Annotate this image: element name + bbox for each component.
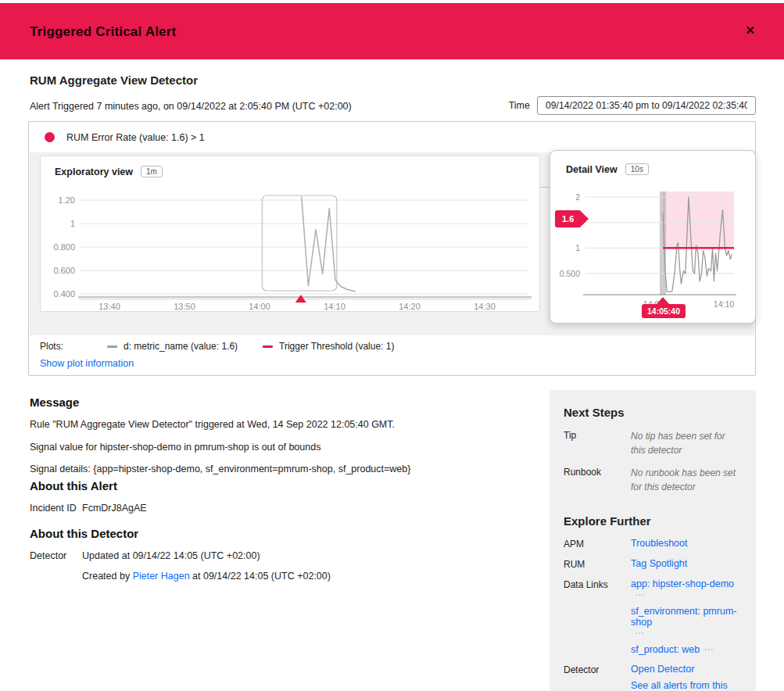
detector-updated-line: Updated at 09/14/22 14:05 (UTC +02:00) xyxy=(82,550,331,561)
message-section: Message Rule "RUM Aggregate View Detecto… xyxy=(30,396,530,486)
detector-label: Detector xyxy=(30,550,82,582)
rum-label: RUM xyxy=(564,558,620,570)
detector-title: RUM Aggregate View Detector xyxy=(30,73,198,87)
time-range-group: Time xyxy=(509,96,756,115)
see-all-alerts-link[interactable]: See all alerts from this detector xyxy=(631,680,742,691)
show-plot-information-link[interactable]: Show plot information xyxy=(40,358,134,369)
message-line: Signal value for hipster-shop-demo in pm… xyxy=(30,442,530,453)
alert-rule-legend: RUM Error Rate (value: 1.6) > 1 xyxy=(66,132,205,143)
alert-time-marker-icon xyxy=(657,297,669,304)
critical-severity-icon xyxy=(45,132,55,142)
svg-text:0.600: 0.600 xyxy=(53,266,75,275)
plot-series-metric: d: metric_name (value: 1.6) xyxy=(107,341,238,352)
more-options-icon[interactable]: ⋯ xyxy=(635,628,645,639)
apm-label: APM xyxy=(564,538,620,550)
svg-text:2: 2 xyxy=(575,192,580,202)
about-alert-heading: About this Alert xyxy=(30,479,530,492)
tip-label: Tip xyxy=(564,429,620,441)
message-heading: Message xyxy=(30,396,530,409)
about-detector-heading: About this Detector xyxy=(30,527,530,540)
alert-modal-header: Triggered Critical Alert ✕ xyxy=(0,3,784,59)
more-options-icon[interactable]: ⋯ xyxy=(703,644,714,655)
svg-text:14:00: 14:00 xyxy=(249,302,270,311)
svg-text:0.500: 0.500 xyxy=(560,269,580,278)
runbook-label: Runbook xyxy=(564,466,620,478)
close-icon[interactable]: ✕ xyxy=(745,24,755,36)
svg-text:1: 1 xyxy=(70,219,75,228)
explore-further-section: Explore Further APM Troubleshoot RUM Tag… xyxy=(564,514,742,691)
open-detector-link[interactable]: Open Detector xyxy=(631,664,742,675)
incident-id-label: Incident ID xyxy=(30,503,82,514)
svg-text:14:30: 14:30 xyxy=(474,302,496,311)
tip-value: No tip has been set for this detector xyxy=(631,429,742,457)
rum-tag-spotlight-link[interactable]: Tag Spotlight xyxy=(631,558,742,569)
exploratory-chart[interactable]: 1.2010.8000.6000.40013:4013:5014:0014:10… xyxy=(41,156,541,313)
alert-time-tag: 14:05:40 xyxy=(642,304,686,318)
apm-troubleshoot-link[interactable]: Troubleshoot xyxy=(631,538,742,549)
svg-text:0.800: 0.800 xyxy=(53,242,75,252)
svg-text:14:20: 14:20 xyxy=(399,302,421,311)
plots-legend-row: Plots: d: metric_name (value: 1.6) Trigg… xyxy=(40,341,419,352)
plots-label: Plots: xyxy=(40,341,107,352)
modal-title: Triggered Critical Alert xyxy=(30,24,176,40)
svg-text:14:10: 14:10 xyxy=(324,302,345,311)
svg-text:1.20: 1.20 xyxy=(59,195,75,205)
threshold-swatch-icon xyxy=(263,346,273,348)
data-links-label: Data Links xyxy=(564,578,620,590)
plot-series-threshold: Trigger Threshold (value: 1) xyxy=(263,341,394,352)
metric-series-swatch-icon xyxy=(107,346,117,348)
creator-link[interactable]: Pieter Hagen xyxy=(133,571,190,582)
svg-text:13:40: 13:40 xyxy=(98,302,120,311)
incident-id-value: FcmDrJ8AgAE xyxy=(82,503,147,514)
runbook-value: No runbook has been set for this detecto… xyxy=(631,466,742,494)
svg-text:1: 1 xyxy=(575,243,580,252)
explore-further-heading: Explore Further xyxy=(564,514,742,528)
time-range-input[interactable] xyxy=(537,96,756,115)
data-link-sf-environment[interactable]: sf_environment: pmrum-shop xyxy=(631,606,742,628)
data-link-app[interactable]: app: hipster-shop-demo xyxy=(631,578,734,589)
next-steps-heading: Next Steps xyxy=(564,406,742,419)
svg-text:13:50: 13:50 xyxy=(174,302,195,311)
data-link-row: sf_environment: pmrum-shop⋯ xyxy=(631,606,742,639)
detector-links-label: Detector xyxy=(564,664,620,675)
detail-resolution-badge: 10s xyxy=(625,163,649,175)
about-detector-section: About this Detector Detector Updated at … xyxy=(30,527,530,586)
data-link-row: app: hipster-shop-demo⋯ xyxy=(631,578,742,600)
detail-view-card: 21.5010.50014:0514:10 Detail View 10s 1.… xyxy=(550,150,756,324)
alert-chart-container: RUM Error Rate (value: 1.6) > 1 1.2010.8… xyxy=(28,121,756,376)
more-options-icon[interactable]: ⋯ xyxy=(635,589,645,600)
alert-side-panel: Next Steps Tip No tip has been set for t… xyxy=(550,390,756,691)
about-alert-section: About this Alert Incident ID FcmDrJ8AgAE xyxy=(30,479,530,518)
detail-view-title: Detail View xyxy=(566,164,618,175)
data-link-sf-product[interactable]: sf_product: web xyxy=(631,644,700,655)
svg-text:14:10: 14:10 xyxy=(714,299,734,309)
exploratory-resolution-badge: 1m xyxy=(141,166,163,177)
time-range-label: Time xyxy=(509,100,530,111)
message-line: Rule "RUM Aggregate View Detector" trigg… xyxy=(30,419,530,430)
alert-triggered-line: Alert Triggered 7 minutes ago, on 09/14/… xyxy=(30,101,352,112)
alert-rule-row: RUM Error Rate (value: 1.6) > 1 xyxy=(29,122,755,152)
exploratory-view-card: 1.2010.8000.6000.40013:4013:5014:0014:10… xyxy=(40,156,540,312)
detector-created-line: Created by Pieter Hagen at 09/14/22 14:0… xyxy=(82,571,331,582)
data-link-row: sf_product: web⋯ xyxy=(631,644,742,655)
exploratory-view-title: Exploratory view xyxy=(55,166,133,177)
svg-text:0.400: 0.400 xyxy=(53,289,75,299)
detail-chart[interactable]: 21.5010.50014:0514:10 xyxy=(550,151,757,324)
message-line: Signal details: {app=hipster-shop-demo, … xyxy=(30,464,530,474)
